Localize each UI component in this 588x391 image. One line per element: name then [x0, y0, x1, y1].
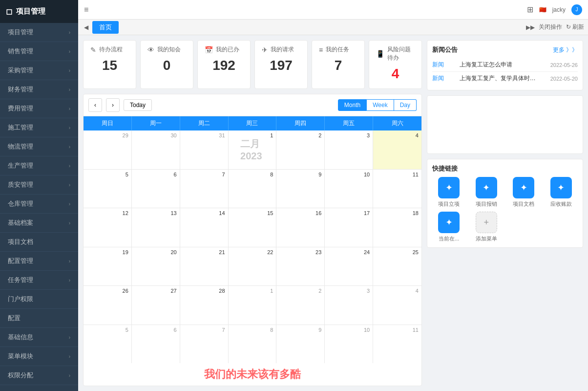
home-tab[interactable]: 首页: [92, 21, 119, 34]
cal-cell-5-1[interactable]: 6: [132, 325, 180, 364]
quick-link-item-4[interactable]: ✦ 当前在...: [432, 212, 466, 242]
quick-link-item-2[interactable]: ✦ 项目文档: [507, 177, 541, 208]
sidebar-item-费用管理[interactable]: 费用管理›: [0, 99, 78, 118]
cal-cell-4-5[interactable]: 3: [325, 286, 373, 325]
cal-cell-5-4[interactable]: 9: [276, 325, 325, 364]
cal-cell-3-5[interactable]: 24: [325, 247, 373, 286]
cal-cell-1-3[interactable]: 8: [229, 170, 277, 208]
left-content: ✎ 待办流程 15 👁 我的知会 0 📅 我的已办 192 ✈ 我的请求 197…: [83, 40, 422, 386]
sidebar-item-物流管理[interactable]: 物流管理›: [0, 137, 78, 156]
cal-cell-4-3[interactable]: 1: [229, 286, 277, 325]
sidebar-item-配置管理[interactable]: 配置管理›: [0, 252, 78, 271]
quick-link-label-0: 项目立项: [438, 200, 460, 208]
stat-label-4: 我的任务: [326, 45, 349, 54]
grid-icon[interactable]: ⊞: [527, 5, 533, 14]
cal-cell-2-0[interactable]: 12: [84, 208, 132, 247]
cal-cell-3-0[interactable]: 19: [84, 247, 132, 286]
quick-link-item-1[interactable]: ✦ 项目报销: [470, 177, 504, 208]
stat-card-3: ✈ 我的请求 197: [254, 40, 308, 89]
stat-label-2: 我的已办: [216, 45, 239, 54]
cal-cell-4-2[interactable]: 28: [180, 286, 229, 325]
cal-cell-1-1[interactable]: 6: [132, 170, 180, 208]
cal-cell-0-2[interactable]: 31: [180, 130, 229, 169]
cal-cell-5-6[interactable]: 11: [373, 325, 421, 364]
quick-links-panel: 快捷链接 ✦ 项目立项 ✦ 项目报销 ✦ 项目文档 ✦ 应收账款 ✦ 当前在..…: [427, 159, 583, 248]
calendar-section: ‹ › Today Month Week Day 周日周一周二周三周四周五周六 …: [83, 94, 422, 386]
news-item-0[interactable]: 新闻 上海复工证怎么申请 2022-05-26: [432, 58, 578, 72]
cal-cell-2-1[interactable]: 13: [132, 208, 180, 247]
cal-cell-3-4[interactable]: 23: [276, 247, 325, 286]
quick-link-item-0[interactable]: ✦ 项目立项: [432, 177, 466, 208]
cal-cell-2-5[interactable]: 17: [325, 208, 373, 247]
cal-cell-4-1[interactable]: 27: [132, 286, 180, 325]
cal-cell-4-0[interactable]: 26: [84, 286, 132, 325]
cal-cell-5-5[interactable]: 10: [325, 325, 373, 364]
cal-cell-1-2[interactable]: 7: [180, 170, 229, 208]
sidebar-items: 项目管理›销售管理›采购管理›财务管理›费用管理›施工管理›物流管理›生产管理›…: [0, 23, 78, 391]
sidebar-item-表单管理[interactable]: 表单管理›: [0, 385, 78, 391]
sidebar-item-财务管理[interactable]: 财务管理›: [0, 80, 78, 99]
sidebar-item-项目管理[interactable]: 项目管理›: [0, 23, 78, 42]
sidebar-item-权限分配[interactable]: 权限分配›: [0, 366, 78, 385]
cal-today-btn[interactable]: Today: [124, 99, 152, 111]
stat-card-5: 📱 风险问题待办 4: [369, 40, 422, 89]
cal-cell-5-3[interactable]: 8: [229, 325, 277, 364]
menu-icon[interactable]: ≡: [84, 5, 88, 14]
cal-cell-1-6[interactable]: 11: [373, 170, 421, 208]
sidebar-item-施工管理[interactable]: 施工管理›: [0, 118, 78, 137]
cal-cell-3-2[interactable]: 21: [180, 247, 229, 286]
news-more[interactable]: 更多 》》: [553, 46, 578, 54]
cal-cell-5-2[interactable]: 7: [180, 325, 229, 364]
sidebar-item-质安管理[interactable]: 质安管理›: [0, 175, 78, 195]
quick-link-item-3[interactable]: ✦ 应收账款: [545, 177, 578, 208]
cal-cell-0-1[interactable]: 30: [132, 130, 180, 169]
cal-cell-3-6[interactable]: 25: [373, 247, 421, 286]
cal-cell-4-6[interactable]: 4: [373, 286, 421, 325]
cal-cell-5-0[interactable]: 5: [84, 325, 132, 364]
cal-cell-2-6[interactable]: 18: [373, 208, 421, 247]
cal-cell-0-4[interactable]: 2: [276, 130, 325, 169]
cal-day-btn[interactable]: Day: [394, 99, 417, 111]
sidebar-item-采购管理[interactable]: 采购管理›: [0, 61, 78, 80]
sidebar-item-菜单模块[interactable]: 菜单模块›: [0, 347, 78, 366]
cal-cell-1-4[interactable]: 9: [276, 170, 325, 208]
sidebar-item-生产管理[interactable]: 生产管理›: [0, 156, 78, 175]
nav-forward-icon[interactable]: ▶▶: [526, 24, 535, 31]
cal-cell-0-6[interactable]: 4: [373, 130, 421, 169]
sidebar-item-任务管理[interactable]: 任务管理›: [0, 271, 78, 290]
stat-value-4: 7: [319, 56, 357, 75]
cal-cell-0-5[interactable]: 3: [325, 130, 373, 169]
cal-cell-3-1[interactable]: 20: [132, 247, 180, 286]
refresh-action[interactable]: ↻ 刷新: [566, 23, 584, 31]
cal-cell-0-3[interactable]: 1二月 2023: [229, 130, 277, 169]
sidebar-item-门户权限[interactable]: 门户权限: [0, 290, 78, 309]
nav-tabs-bar: ◀ 首页 ▶▶ 关闭操作 ↻ 刷新: [78, 20, 588, 35]
news-item-1[interactable]: 新闻 上海复工复产、复学具体时间节点... 2022-05-20: [432, 72, 578, 85]
quick-link-label-3: 应收账款: [550, 200, 572, 208]
cal-cell-2-2[interactable]: 14: [180, 208, 229, 247]
cal-cell-4-4[interactable]: 2: [276, 286, 325, 325]
sidebar-item-基础信息[interactable]: 基础信息›: [0, 328, 78, 347]
sidebar-item-仓库管理[interactable]: 仓库管理›: [0, 195, 78, 214]
sidebar-item-配置[interactable]: 配置: [0, 309, 78, 328]
sidebar-item-项目文档[interactable]: 项目文档: [0, 233, 78, 252]
sidebar-item-基础档案[interactable]: 基础档案›: [0, 214, 78, 233]
cal-month-btn[interactable]: Month: [338, 99, 367, 111]
cal-next-btn[interactable]: ›: [106, 98, 120, 112]
cal-row-5: 567891011: [84, 325, 421, 364]
cal-cell-1-5[interactable]: 10: [325, 170, 373, 208]
cal-cell-2-4[interactable]: 16: [276, 208, 325, 247]
quick-link-icon-3: ✦: [550, 177, 572, 198]
cal-cell-0-0[interactable]: 29: [84, 130, 132, 169]
sidebar-item-销售管理[interactable]: 销售管理›: [0, 42, 78, 61]
cal-cell-1-0[interactable]: 5: [84, 170, 132, 208]
nav-prev-arrow[interactable]: ◀: [82, 24, 90, 31]
cal-cell-2-3[interactable]: 15: [229, 208, 277, 247]
quick-link-item-5[interactable]: + 添加菜单: [470, 212, 504, 242]
cal-week-btn[interactable]: Week: [367, 99, 394, 111]
cal-header-周二: 周二: [180, 116, 229, 130]
cal-prev-btn[interactable]: ‹: [88, 98, 102, 112]
cal-cell-3-3[interactable]: 22: [229, 247, 277, 286]
sidebar-logo-icon: ◻: [6, 7, 12, 16]
close-action[interactable]: 关闭操作: [539, 23, 562, 31]
